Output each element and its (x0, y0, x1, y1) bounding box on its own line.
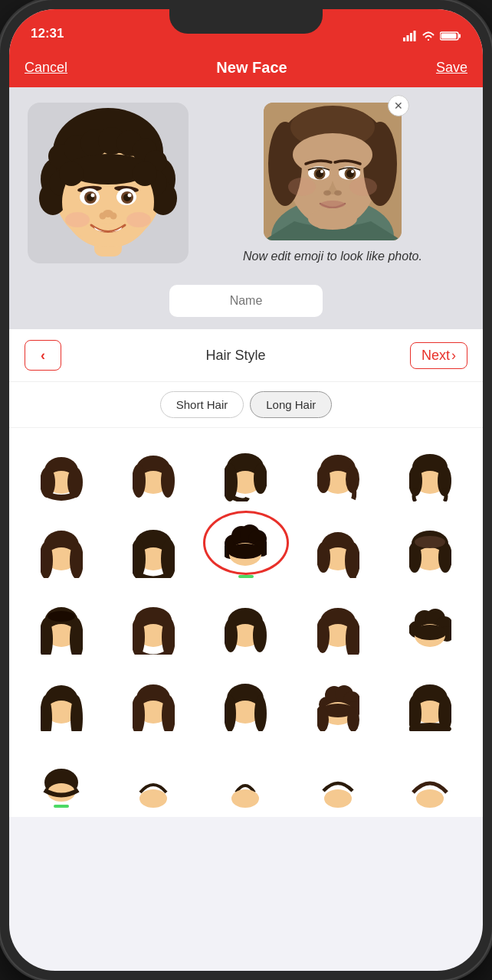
svg-point-112 (415, 536, 445, 548)
hair-grid (9, 428, 483, 817)
prev-category-button[interactable]: ‹ (25, 340, 61, 371)
svg-rect-5 (459, 34, 461, 38)
hair-option-3[interactable] (200, 431, 292, 508)
bottom-panel: ‹ Hair Style Next › Short Hair Long Hair (9, 329, 483, 817)
name-input-row (9, 277, 483, 329)
svg-point-63 (334, 191, 342, 196)
hair-option-1[interactable] (15, 431, 107, 508)
next-arrow-icon: › (451, 348, 456, 364)
hair-option-15[interactable] (385, 584, 477, 661)
hair-option-6[interactable] (15, 508, 107, 584)
svg-point-117 (48, 611, 75, 622)
reference-photo (264, 103, 402, 240)
svg-point-42 (110, 213, 117, 220)
svg-point-53 (293, 133, 372, 176)
hair-option-25[interactable] (385, 737, 477, 814)
svg-rect-2 (410, 33, 412, 41)
svg-point-44 (126, 212, 151, 227)
next-label: Next (421, 348, 450, 364)
hair-option-23[interactable] (200, 737, 292, 814)
next-category-button[interactable]: Next › (410, 342, 467, 369)
status-time: 12:31 (31, 26, 64, 43)
svg-point-65 (288, 178, 316, 196)
hair-option-19[interactable] (292, 661, 384, 737)
category-nav: ‹ Hair Style Next › (9, 329, 483, 382)
svg-rect-0 (403, 38, 405, 41)
caption-text: Now edit emoji to look like photo. (240, 248, 425, 265)
hair-option-11[interactable] (15, 584, 107, 661)
emoji-face-svg (31, 106, 185, 260)
svg-point-64 (320, 201, 345, 208)
save-button[interactable]: Save (436, 60, 467, 76)
right-side-panel: ✕ (201, 103, 464, 265)
svg-point-158 (347, 707, 359, 731)
tab-long-hair[interactable]: Long Hair (250, 391, 332, 418)
photo-container: ✕ (264, 103, 402, 240)
hair-option-14[interactable] (292, 584, 384, 661)
emoji-preview (28, 103, 189, 263)
svg-point-38 (91, 194, 95, 198)
notch (169, 9, 323, 34)
svg-point-103 (228, 544, 263, 559)
subcategory-tabs: Short Hair Long Hair (9, 382, 483, 428)
hair-option-16[interactable] (15, 661, 107, 737)
svg-point-169 (416, 789, 444, 808)
selection-indicator (238, 575, 254, 578)
svg-point-28 (59, 162, 84, 186)
hair-option-12[interactable] (107, 584, 199, 661)
status-icons (403, 31, 461, 43)
svg-point-67 (308, 208, 357, 230)
hair-option-5[interactable] (385, 431, 477, 508)
svg-point-41 (100, 213, 107, 220)
category-title: Hair Style (205, 348, 265, 364)
hair-option-13[interactable] (200, 584, 292, 661)
hair-option-18[interactable] (200, 661, 292, 737)
svg-point-66 (349, 178, 377, 196)
tab-short-hair[interactable]: Short Hair (160, 391, 244, 418)
phone-frame: 12:31 (0, 0, 492, 980)
hair-option-9[interactable] (292, 508, 384, 584)
svg-point-75 (161, 464, 175, 498)
svg-point-39 (128, 194, 132, 198)
svg-point-62 (323, 191, 331, 196)
wifi-icon (421, 31, 435, 41)
hair-option-20[interactable] (385, 661, 477, 737)
hair-option-4[interactable] (292, 431, 384, 508)
svg-rect-6 (441, 34, 457, 39)
selection-indicator-2 (54, 805, 69, 808)
svg-point-167 (231, 789, 259, 808)
close-photo-button[interactable]: ✕ (388, 95, 409, 116)
nav-bar: Cancel New Face Save (9, 47, 483, 87)
prev-arrow-icon: ‹ (41, 348, 45, 364)
face-photo-svg (264, 103, 402, 240)
name-input[interactable] (169, 285, 323, 317)
svg-point-166 (139, 789, 167, 808)
hair-option-22[interactable] (107, 737, 199, 814)
svg-rect-3 (414, 31, 416, 41)
page-title: New Face (216, 59, 287, 77)
svg-point-148 (254, 695, 267, 731)
top-content-area: ✕ (9, 87, 483, 277)
svg-point-125 (253, 619, 267, 652)
hair-option-2[interactable] (107, 431, 199, 508)
cancel-button[interactable]: Cancel (25, 60, 67, 76)
hair-option-8-selected[interactable] (200, 508, 292, 584)
svg-point-168 (324, 789, 352, 808)
svg-rect-1 (407, 35, 409, 41)
svg-point-60 (320, 170, 323, 173)
hair-option-7[interactable] (107, 508, 199, 584)
svg-point-61 (351, 170, 354, 173)
phone-screen: 12:31 (9, 9, 483, 971)
hair-option-24[interactable] (292, 737, 384, 814)
svg-point-136 (413, 625, 447, 640)
hair-option-21[interactable] (15, 737, 107, 814)
hair-option-17[interactable] (107, 661, 199, 737)
battery-icon (440, 31, 461, 41)
svg-point-29 (133, 162, 157, 186)
svg-point-43 (65, 212, 90, 227)
signal-icon (403, 31, 417, 41)
svg-point-26 (80, 223, 136, 247)
hair-option-10[interactable] (385, 508, 477, 584)
